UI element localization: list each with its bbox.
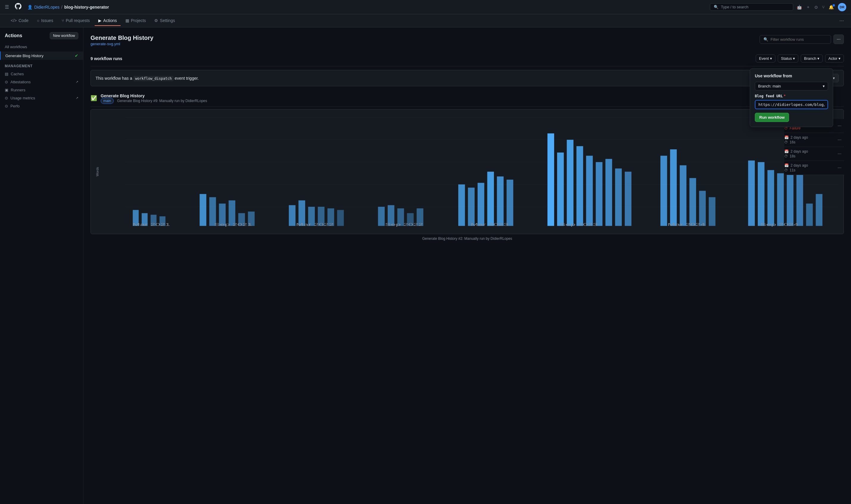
run-info: Generate Blog History main Generate Blog… xyxy=(101,93,844,103)
branch-filter-btn[interactable]: Branch ▾ xyxy=(801,54,823,62)
issues-icon[interactable]: ⊙ xyxy=(814,5,818,10)
external-link-icon: ↗ xyxy=(76,80,78,84)
plus-icon[interactable]: ＋ xyxy=(806,4,810,10)
search-bar[interactable]: 🔍 Type / to search xyxy=(710,3,793,11)
filter-search-icon: 🔍 xyxy=(763,37,768,42)
svg-rect-33 xyxy=(557,152,564,226)
workflow-subtitle: generate-svg.yml xyxy=(90,41,153,46)
management-section-title: Management xyxy=(0,60,83,70)
pr-icon[interactable]: ⑂ xyxy=(822,5,824,10)
username-link[interactable]: DidierRLopes xyxy=(34,5,59,10)
svg-rect-51 xyxy=(787,172,793,226)
status-filter-btn[interactable]: Status ▾ xyxy=(778,54,798,62)
workflow-info: Generate Blog History generate-svg.yml xyxy=(90,35,153,46)
sidebar-item-attestations[interactable]: ⊙ Attestations ↗ xyxy=(0,78,83,86)
side-run-3: 📅 2 days ago ⏱ 18s ··· xyxy=(784,147,844,161)
run-item-first: ✅ Generate Blog History main Generate Bl… xyxy=(90,90,844,107)
filter-search-input[interactable] xyxy=(770,37,827,42)
copilot-icon[interactable]: 🤖 xyxy=(797,5,802,10)
side-run-kebab-3[interactable]: ··· xyxy=(835,150,844,158)
sidebar-item-caches[interactable]: ▤ Caches xyxy=(0,70,83,78)
svg-rect-35 xyxy=(576,146,583,226)
tab-settings[interactable]: ⚙ Settings xyxy=(151,16,179,26)
new-workflow-button[interactable]: New workflow xyxy=(50,32,78,39)
search-icon: 🔍 xyxy=(714,5,718,9)
perfo-label: Perfo xyxy=(11,104,20,108)
caches-label: Caches xyxy=(11,72,24,76)
runs-count: 9 workflow runs xyxy=(90,56,122,61)
run-meta: main Generate Blog History #9: Manually … xyxy=(101,99,844,103)
tab-issues[interactable]: ○ Issues xyxy=(33,16,57,26)
pr-nav-icon: ⑂ xyxy=(62,18,64,23)
event-filter-btn[interactable]: Event ▾ xyxy=(756,54,775,62)
workflow-file-link[interactable]: generate-svg.yml xyxy=(90,42,120,46)
content-header: Generate Blog History generate-svg.yml 🔍… xyxy=(90,35,844,46)
workflow-title: Generate Blog History xyxy=(90,35,153,41)
sidebar-item-usage-metrics[interactable]: ⊙ Usage metrics ↗ xyxy=(0,94,83,102)
svg-rect-30 xyxy=(497,176,504,226)
sidebar-item-runners[interactable]: ▣ Runners xyxy=(0,86,83,94)
dispatch-banner: This workflow has a workflow_dispatch ev… xyxy=(90,70,844,86)
run-name[interactable]: Generate Blog History xyxy=(101,93,844,98)
svg-rect-45 xyxy=(699,191,706,226)
avatar[interactable]: DR xyxy=(838,3,846,11)
sidebar-item-generate-blog-history[interactable]: Generate Blog History ✔ xyxy=(0,52,83,60)
breadcrumb: 👤 DidierRLopes / blog-history-generator xyxy=(28,5,109,10)
breadcrumb-separator: / xyxy=(61,5,63,10)
required-indicator: * xyxy=(784,94,785,98)
run-workflow-popup: Use workflow from Branch: main ▾ Blog fe… xyxy=(750,68,833,127)
main-content: Generate Blog History generate-svg.yml 🔍… xyxy=(83,28,851,504)
sidebar-all-workflows[interactable]: All workflows xyxy=(0,43,83,51)
dispatch-text: This workflow has a workflow_dispatch ev… xyxy=(95,76,198,80)
side-run-2: 📅 2 days ago ⏱ 16s ··· xyxy=(784,133,844,147)
side-run-kebab-1[interactable]: ··· xyxy=(835,122,844,130)
field-label-text: Blog feed URL xyxy=(755,94,783,98)
svg-rect-16 xyxy=(298,200,305,226)
content-kebab-button[interactable]: ··· xyxy=(833,35,844,44)
repo-name[interactable]: blog-history-generator xyxy=(64,5,109,10)
side-run-kebab-2[interactable]: ··· xyxy=(835,136,844,144)
sub-nav-more[interactable]: ··· xyxy=(839,18,844,24)
tab-code-label: Code xyxy=(18,18,28,23)
runs-header: 9 workflow runs Event ▾ Status ▾ Branch … xyxy=(90,51,844,66)
svg-rect-47 xyxy=(748,160,754,226)
svg-rect-28 xyxy=(477,183,484,226)
filter-search-box[interactable]: 🔍 xyxy=(760,35,831,44)
tab-issues-label: Issues xyxy=(41,18,53,23)
tab-code[interactable]: </> Code xyxy=(7,16,32,26)
notifications-icon[interactable]: 🔔 xyxy=(829,5,834,10)
hamburger-icon[interactable]: ☰ xyxy=(5,4,9,10)
svg-rect-15 xyxy=(289,205,295,226)
attestations-label: Attestations xyxy=(11,80,31,84)
svg-text:Mar 2021: Mar 2021 xyxy=(133,222,170,227)
search-placeholder: Type / to search xyxy=(721,5,749,9)
blog-feed-url-input[interactable] xyxy=(755,100,828,109)
content-toolbar: 🔍 ··· xyxy=(760,35,844,44)
sidebar-header: Actions New workflow xyxy=(0,32,83,43)
side-run-list: 📅 yesterday ⏱ Failure ··· 📅 2 days ago xyxy=(784,119,844,175)
svg-rect-37 xyxy=(596,162,602,226)
tab-actions[interactable]: ▶ Actions xyxy=(95,16,121,26)
popup-branch-select[interactable]: Branch: main ▾ xyxy=(755,82,828,90)
tab-projects-label: Projects xyxy=(131,18,146,23)
svg-rect-42 xyxy=(670,149,677,226)
actor-filter-btn[interactable]: Actor ▾ xyxy=(825,54,844,62)
tab-pr[interactable]: ⑂ Pull requests xyxy=(58,16,93,26)
tab-projects[interactable]: ▦ Projects xyxy=(122,16,150,26)
svg-rect-44 xyxy=(689,178,696,226)
main-layout: Actions New workflow All workflows Gener… xyxy=(0,28,851,504)
svg-rect-10 xyxy=(209,197,216,226)
sidebar-item-perfo[interactable]: ⊙ Perfo xyxy=(0,102,83,110)
svg-rect-31 xyxy=(506,180,513,226)
svg-rect-49 xyxy=(767,170,774,226)
side-run-kebab-4[interactable]: ··· xyxy=(835,164,844,172)
chart-caption: Generate Blog History #2: Manually run b… xyxy=(90,236,844,241)
svg-rect-48 xyxy=(758,162,764,226)
popup-run-workflow-button[interactable]: Run workflow xyxy=(755,113,789,122)
side-run-date-4: 2 days ago xyxy=(791,163,808,167)
tab-pr-label: Pull requests xyxy=(66,18,90,23)
svg-rect-27 xyxy=(468,188,474,226)
tab-actions-label: Actions xyxy=(103,18,117,23)
side-run-duration-2: 16s xyxy=(790,140,795,144)
svg-rect-26 xyxy=(458,184,465,226)
